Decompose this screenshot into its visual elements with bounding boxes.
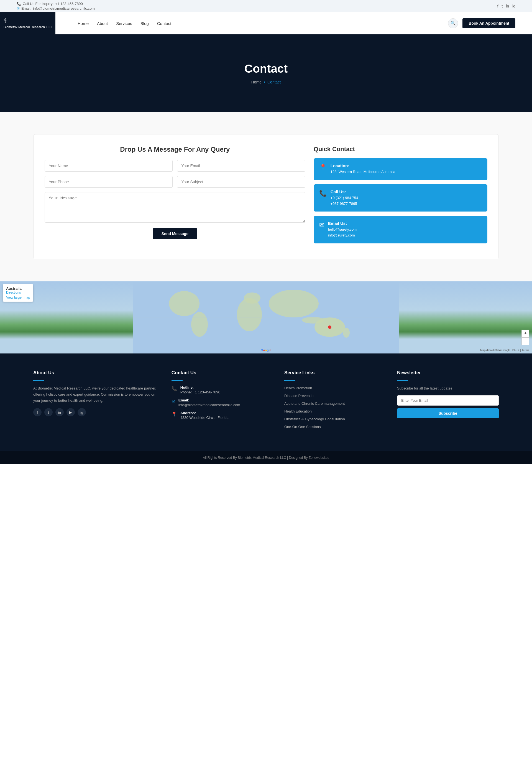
- footer-divider-about: [33, 380, 44, 381]
- breadcrumb-current: Contact: [267, 80, 281, 84]
- footer-service-links: Health PromotionDisease PreventionAcute …: [284, 385, 386, 429]
- location-label: Location:: [331, 163, 396, 168]
- zoom-out-button[interactable]: −: [521, 337, 529, 345]
- call-label: Call Us:: [331, 189, 358, 194]
- footer-services-heading: Service Links: [284, 370, 386, 376]
- footer-newsletter: Newsletter Subscribe for all the latest …: [397, 370, 499, 432]
- nav-services[interactable]: Services: [116, 21, 132, 26]
- footer-copyright: All Rights Reserved By Biometrix Medical…: [203, 456, 329, 460]
- logo-area: ⚕ Biometrix Medical Research LLC: [0, 12, 55, 34]
- service-link[interactable]: One-On-One Sessions: [284, 425, 321, 429]
- list-item: Health Education: [284, 409, 386, 414]
- main-nav: Home About Services Blog Contact: [78, 21, 171, 26]
- instagram-icon[interactable]: ig: [512, 4, 515, 8]
- map-directions-link[interactable]: Directions: [6, 291, 21, 294]
- email-footer-label: Email:: [179, 398, 240, 402]
- linkedin-icon[interactable]: in: [506, 4, 509, 8]
- form-heading: Drop Us A Message For Any Query: [45, 146, 305, 153]
- quick-contact-area: Quick Contact 📍 Location: 123, Western R…: [314, 146, 487, 248]
- zoom-in-button[interactable]: +: [521, 330, 529, 337]
- contact-section: Drop Us A Message For Any Query Send Mes…: [0, 112, 532, 281]
- email-us-1: hello@surety.com: [328, 227, 357, 233]
- service-link[interactable]: Acute and Chronic Care management: [284, 401, 345, 406]
- service-link[interactable]: Obstetrics & Gynecology Consultation: [284, 417, 345, 421]
- book-appointment-button[interactable]: Book An Appointment: [462, 18, 515, 28]
- footer-twitter-icon[interactable]: t: [44, 408, 53, 416]
- footer-address: 📍 Address: 4330 Woodside Circle, Florida: [172, 411, 273, 420]
- phone-input[interactable]: [45, 176, 173, 188]
- list-item: Health Promotion: [284, 385, 386, 390]
- name-input[interactable]: [45, 160, 173, 172]
- logo: ⚕ Biometrix Medical Research LLC: [4, 17, 52, 29]
- email-footer-address[interactable]: info@biometrixmedicalresearchllc.com: [179, 403, 240, 407]
- hotline-label: Hotline:: [181, 385, 220, 389]
- svg-point-3: [269, 290, 319, 318]
- phone-footer-icon: 📞: [172, 386, 177, 391]
- social-links[interactable]: f t in ig: [497, 4, 515, 8]
- logo-icon: ⚕: [4, 17, 52, 25]
- breadcrumb-separator: •: [264, 80, 265, 84]
- twitter-icon[interactable]: t: [502, 4, 503, 8]
- map-svg: [0, 281, 532, 353]
- location-card: 📍 Location: 123, Western Road, Melbourne…: [314, 158, 487, 180]
- map-overlay: Australia Directions View larger map: [3, 284, 33, 302]
- form-row-2: [45, 176, 305, 188]
- subscribe-button[interactable]: Subscribe: [397, 408, 499, 418]
- top-bar: 📞 Call Us For Inquiry: +1 123-456-7890 ✉…: [0, 0, 532, 12]
- header: ⚕ Biometrix Medical Research LLC Home Ab…: [0, 12, 532, 34]
- footer-divider-services: [284, 380, 295, 381]
- svg-point-6: [191, 312, 208, 337]
- footer-linkedin-icon[interactable]: in: [55, 408, 64, 416]
- footer-email: ✉ Email: info@biometrixmedicalresearchll…: [172, 398, 273, 407]
- call-card: 📞 Call Us: +0 (321) 984 754 +987-9877-78…: [314, 184, 487, 212]
- footer-newsletter-heading: Newsletter: [397, 370, 499, 376]
- email-us-2: info@surety.com: [328, 233, 357, 238]
- list-item: Disease Prevention: [284, 393, 386, 398]
- send-message-button[interactable]: Send Message: [153, 228, 197, 239]
- breadcrumb: Home • Contact: [6, 80, 526, 84]
- nav-home[interactable]: Home: [78, 21, 89, 26]
- address-footer-label: Address:: [181, 411, 229, 415]
- map-placeholder: Australia Directions View larger map + −…: [0, 281, 532, 353]
- service-link[interactable]: Health Education: [284, 409, 312, 413]
- footer-divider-contact: [172, 380, 183, 381]
- email-icon: ✉: [17, 6, 20, 11]
- footer-youtube-icon[interactable]: ▶: [67, 408, 75, 416]
- list-item: One-On-One Sessions: [284, 424, 386, 429]
- phone-info: 📞 Call Us For Inquiry: +1 123-456-7890: [17, 2, 95, 6]
- footer-facebook-icon[interactable]: f: [33, 408, 41, 416]
- location-icon: 📍: [319, 164, 327, 171]
- address-footer-text: 4330 Woodside Circle, Florida: [181, 416, 229, 420]
- nav-contact[interactable]: Contact: [157, 21, 172, 26]
- service-link[interactable]: Health Promotion: [284, 386, 312, 390]
- email-info: ✉ Email: info@biometrixmedicalresearchll…: [17, 6, 95, 11]
- newsletter-text: Subscribe for all the latest updates: [397, 385, 499, 391]
- map-section: Australia Directions View larger map + −…: [0, 281, 532, 353]
- email-input[interactable]: [177, 160, 305, 172]
- newsletter-email-input[interactable]: [397, 395, 499, 406]
- footer-about-text: At Biometrix Medical Research LLC, we're…: [33, 385, 160, 404]
- svg-point-2: [244, 292, 260, 304]
- footer-hotline: 📞 Hotline: Phone: +1 123-456-7890: [172, 385, 273, 394]
- svg-point-11: [328, 325, 331, 329]
- top-bar-contact: 📞 Call Us For Inquiry: +1 123-456-7890 ✉…: [17, 2, 95, 11]
- map-attribution: Map data ©2024 Google, INEGI | Terms: [480, 349, 529, 352]
- nav-blog[interactable]: Blog: [140, 21, 149, 26]
- phone-card-icon: 📞: [319, 190, 327, 197]
- search-button[interactable]: 🔍: [448, 18, 458, 28]
- facebook-icon[interactable]: f: [497, 4, 498, 8]
- footer: About Us At Biometrix Medical Research L…: [0, 353, 532, 451]
- footer-grid: About Us At Biometrix Medical Research L…: [33, 370, 499, 432]
- google-maps-logo: Google: [261, 348, 271, 352]
- message-input[interactable]: [45, 192, 305, 223]
- email-us-label: Email Us:: [328, 221, 357, 226]
- breadcrumb-home[interactable]: Home: [251, 80, 262, 84]
- logo-text: Biometrix Medical Research LLC: [4, 25, 52, 29]
- view-larger-map-link[interactable]: View larger map: [6, 296, 30, 299]
- service-link[interactable]: Disease Prevention: [284, 394, 316, 398]
- footer-instagram-icon[interactable]: ig: [78, 408, 86, 416]
- nav-about[interactable]: About: [97, 21, 108, 26]
- contact-form-area: Drop Us A Message For Any Query Send Mes…: [45, 146, 305, 248]
- subject-input[interactable]: [177, 176, 305, 188]
- footer-contact-heading: Contact Us: [172, 370, 273, 376]
